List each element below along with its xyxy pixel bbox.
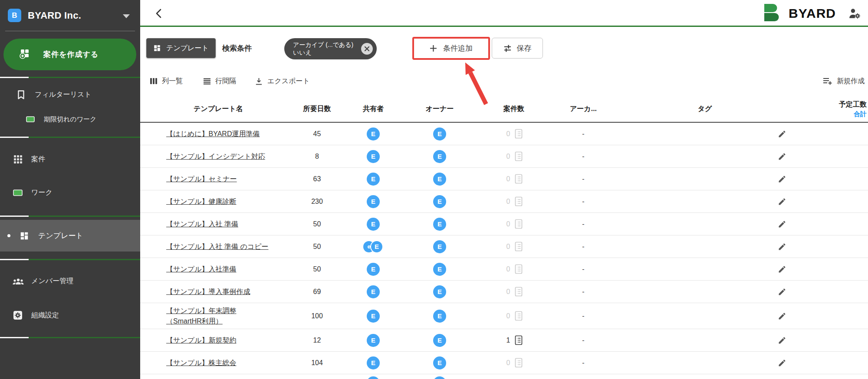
org-switcher[interactable]: B BYARD Inc. — [0, 0, 140, 31]
owner-avatar-cell: E — [409, 263, 470, 276]
create-case-button[interactable]: 案件を作成する — [3, 39, 136, 70]
row-spacing-label: 行間隔 — [215, 77, 236, 86]
shared-avatars: E — [338, 218, 409, 231]
edit-pencil-icon[interactable] — [778, 288, 786, 296]
add-condition-button[interactable]: 条件追加 — [430, 43, 473, 53]
sidebar-divider — [0, 259, 140, 260]
shared-avatars: E — [338, 173, 409, 186]
required-days: 50 — [296, 220, 338, 228]
shared-avatars: E — [338, 263, 409, 276]
table-row: 【サンプル】入社準備 50 E E 0 - — [140, 258, 868, 281]
case-list-icon[interactable] — [514, 358, 523, 368]
people-icon — [13, 278, 24, 285]
edit-pencil-icon[interactable] — [778, 265, 786, 274]
case-list-icon[interactable] — [514, 242, 523, 252]
total-link[interactable]: 合計 — [854, 110, 867, 118]
edit-pencil-icon[interactable] — [778, 312, 786, 320]
sidebar-divider — [0, 216, 140, 217]
template-name-link[interactable]: 【サンプル】インシデント対応 — [166, 151, 265, 161]
sidebar-item-filter-list[interactable]: フィルターリスト — [0, 86, 140, 103]
grid-icon — [14, 155, 23, 163]
template-name-link[interactable]: 【サンプル】年末調整 — [166, 306, 237, 316]
template-name-cell: 【サンプル】セミナー — [140, 174, 296, 184]
archive-value: - — [557, 265, 609, 273]
template-name-link[interactable]: 【サンプル】新規契約 — [166, 335, 237, 345]
owner-avatar-cell: E — [409, 173, 470, 186]
view-selector-button[interactable]: テンプレート — [146, 38, 216, 58]
back-button[interactable] — [152, 7, 165, 20]
template-name-link[interactable]: 【サンプル】導入事例作成 — [166, 287, 250, 297]
owner-avatar-cell: E — [409, 195, 470, 208]
edit-pencil-icon[interactable] — [778, 130, 786, 138]
sidebar-item-members[interactable]: メンバー管理 — [0, 272, 140, 290]
case-count: 0 — [505, 359, 510, 367]
create-new-button[interactable]: 新規作成 — [823, 72, 865, 91]
case-list-icon[interactable] — [514, 335, 523, 345]
user-avatar: E — [433, 150, 446, 163]
column-list-button[interactable]: 列一覧 — [150, 72, 183, 91]
sidebar-item-cases[interactable]: 案件 — [0, 150, 140, 168]
case-list-icon[interactable] — [514, 287, 523, 297]
sidebar-item-label: フィルターリスト — [35, 90, 92, 99]
template-name-link[interactable]: 【サンプル】入社 準備 のコピー — [166, 242, 269, 252]
case-count: 0 — [505, 220, 510, 228]
template-name-link[interactable]: 【はじめに】BYARD運用準備 — [166, 129, 260, 139]
template-name-cell: 【サンプル】新規契約 — [140, 335, 296, 345]
sidebar-item-org-settings[interactable]: 組織設定 — [0, 307, 140, 324]
template-name-cell: 【サンプル】株主総会 — [140, 358, 296, 368]
brand: BYARD — [764, 0, 861, 27]
edit-pencil-icon[interactable] — [778, 359, 786, 367]
close-icon[interactable] — [361, 43, 373, 55]
create-new-label: 新規作成 — [837, 77, 865, 86]
edit-pencil-icon[interactable] — [778, 152, 786, 161]
filter-chip[interactable]: アーカイブ (...である) いいえ — [284, 38, 377, 59]
account-settings-icon[interactable] — [848, 8, 861, 19]
shared-avatars: E — [338, 334, 409, 347]
grid-plus-icon — [19, 48, 30, 61]
save-filter-label: 保存 — [517, 43, 532, 53]
case-list-icon[interactable] — [514, 219, 523, 229]
shared-avatars: E — [338, 374, 409, 379]
user-avatar: E — [433, 376, 446, 379]
case-count: 0 — [505, 265, 510, 273]
case-list-icon[interactable] — [514, 311, 523, 321]
tags-cell — [609, 312, 800, 320]
template-name-link[interactable]: 【サンプル】セミナー — [166, 174, 237, 184]
edit-pencil-icon[interactable] — [778, 197, 786, 206]
sidebar-item-work[interactable]: ワーク — [0, 184, 140, 201]
sidebar-item-expired-work[interactable]: 期限切れのワーク — [0, 111, 140, 128]
template-name-link[interactable]: 【サンプル】株主総会 — [166, 358, 237, 368]
shared-avatars: E — [338, 195, 409, 208]
playlist-add-icon — [823, 77, 832, 85]
edit-pencil-icon[interactable] — [778, 242, 786, 251]
case-list-icon[interactable] — [514, 151, 523, 161]
org-name: BYARD Inc. — [28, 0, 81, 31]
table-row: 【サンプル】年末調整 （SmartHR利用） 100 E E 0 - — [140, 303, 868, 329]
search-conditions-label: 検索条件 — [222, 38, 252, 58]
edit-pencil-icon[interactable] — [778, 175, 786, 183]
template-name-link[interactable]: 【サンプル】健康診断 — [166, 196, 237, 206]
template-name-line2[interactable]: （SmartHR利用） — [166, 316, 237, 326]
case-count: 0 — [505, 312, 510, 320]
template-name-link[interactable]: 【サンプル】入社 準備 — [166, 219, 238, 229]
sidebar-item-label: 案件 — [31, 155, 45, 164]
edit-pencil-icon[interactable] — [778, 220, 786, 229]
case-list-icon[interactable] — [514, 196, 523, 206]
user-avatar: E — [433, 356, 446, 369]
sidebar-divider — [0, 77, 140, 78]
export-button[interactable]: エクスポート — [255, 72, 310, 91]
owner-avatar-cell: E — [409, 285, 470, 298]
shared-avatars: E — [338, 310, 409, 323]
sidebar-item-templates[interactable]: テンプレート — [0, 220, 140, 252]
save-filter-button[interactable]: 保存 — [492, 38, 543, 59]
case-list-icon[interactable] — [514, 174, 523, 184]
template-name-link[interactable]: 【サンプル】入社準備 — [166, 264, 237, 274]
edit-pencil-icon[interactable] — [778, 336, 786, 345]
required-days: 230 — [296, 198, 338, 206]
table-row: 【サンプル】導入事例作成 69 E E 0 - — [140, 281, 868, 303]
row-spacing-button[interactable]: 行間隔 — [203, 72, 236, 91]
case-list-icon[interactable] — [514, 129, 523, 139]
case-list-icon[interactable] — [514, 264, 523, 274]
archive-value: - — [557, 243, 609, 251]
sidebar-divider — [0, 337, 140, 338]
